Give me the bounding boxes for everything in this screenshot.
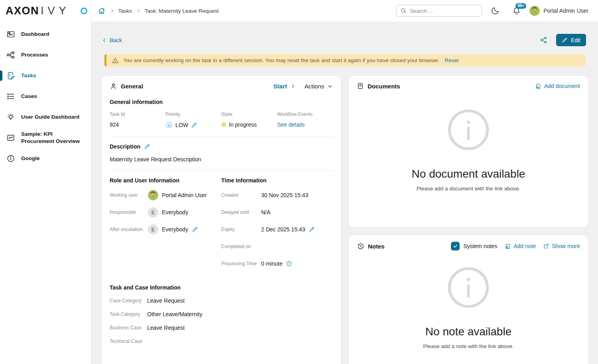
session-warning-banner: You are currently working on the task in… bbox=[104, 54, 586, 67]
field-label: Business Case bbox=[110, 325, 147, 331]
system-notes-toggle[interactable]: System notes bbox=[451, 242, 497, 250]
breadcrumb-tasks[interactable]: Tasks bbox=[118, 8, 132, 14]
sidebar-item-label: Dashboard bbox=[21, 31, 49, 38]
add-document-label: Add document bbox=[544, 83, 580, 89]
dashboard-icon bbox=[6, 30, 15, 39]
sidebar-item-label: Sample: KPI Procurement Overview bbox=[21, 131, 85, 145]
external-link-icon bbox=[543, 243, 549, 249]
cases-icon bbox=[6, 92, 15, 101]
global-search[interactable] bbox=[396, 5, 482, 17]
field-label: Completed on bbox=[221, 244, 261, 249]
business-case-link[interactable]: Leave Request bbox=[147, 325, 185, 331]
breadcrumb-current-task: Task: Maternity Leave Request bbox=[145, 8, 218, 14]
notes-title-text: Notes bbox=[368, 243, 385, 250]
documents-empty-caption: Please add a document with the link abov… bbox=[417, 186, 520, 192]
sidebar-item-cases[interactable]: Cases bbox=[0, 86, 91, 107]
field-label: Workflow Events bbox=[277, 112, 333, 117]
start-task-button[interactable]: Start bbox=[273, 83, 296, 90]
notes-empty-caption: Please add a note with the link above. bbox=[423, 343, 513, 349]
active-indicator bbox=[0, 70, 2, 81]
sidebar-item-label: Google bbox=[21, 155, 40, 162]
share-button[interactable] bbox=[540, 36, 547, 44]
notes-controls: System notes Add note Show more bbox=[451, 242, 580, 250]
field-workflow-events: Workflow Events See details bbox=[277, 112, 333, 129]
edit-after-escalation-pencil-icon[interactable] bbox=[192, 226, 198, 233]
person-icon bbox=[110, 82, 117, 90]
checkbox-checked-icon[interactable] bbox=[451, 242, 460, 250]
warning-icon bbox=[112, 57, 119, 64]
responsible-name: Everybody bbox=[162, 209, 188, 215]
role-user-heading: Role and User Information bbox=[110, 177, 221, 184]
see-details-link[interactable]: See details bbox=[277, 121, 305, 128]
documents-card: Documents Add document No document avail… bbox=[349, 76, 588, 227]
user-menu[interactable]: Portal Admin User bbox=[529, 6, 588, 16]
system-notes-label: System notes bbox=[463, 243, 497, 249]
field-label: Technical Case bbox=[110, 339, 147, 344]
working-user-row: Working user Portal Admin User bbox=[110, 190, 221, 200]
general-card-header: General Start Actions bbox=[110, 82, 333, 90]
home-icon[interactable] bbox=[98, 7, 106, 15]
sidebar-item-processes[interactable]: Processes bbox=[0, 45, 91, 65]
sidebar-item-sample-kpi-procurement-overview[interactable]: Sample: KPI Procurement Overview bbox=[0, 127, 91, 148]
top-header: AXON IVY Tasks Task: Maternity Leave Req… bbox=[0, 0, 598, 22]
add-note-link[interactable]: Add note bbox=[504, 243, 536, 250]
axonivy-logo[interactable]: AXON IVY bbox=[6, 5, 70, 17]
add-document-link[interactable]: Add document bbox=[535, 83, 580, 90]
share-icon bbox=[540, 36, 547, 44]
processing-time-info-icon[interactable] bbox=[286, 260, 292, 267]
time-info-heading: Time Information bbox=[221, 177, 333, 184]
state-value: In progress bbox=[229, 121, 257, 128]
task-category-row: Task Category Other Leave/Maternity bbox=[110, 311, 333, 317]
app-window: AXON IVY Tasks Task: Maternity Leave Req… bbox=[0, 0, 598, 364]
technical-case-row: Technical Case bbox=[110, 338, 333, 344]
field-label: State bbox=[221, 112, 277, 117]
user-name: Portal Admin User bbox=[543, 8, 588, 14]
notes-empty-state: No note available Please add a note with… bbox=[357, 266, 580, 349]
show-more-link[interactable]: Show more bbox=[543, 243, 580, 249]
field-label: Processing Time bbox=[221, 261, 261, 266]
sidebar-item-dashboard[interactable]: Dashboard bbox=[0, 24, 91, 45]
notifications-button[interactable]: 99+ bbox=[512, 7, 521, 15]
documents-card-header: Documents Add document bbox=[357, 82, 580, 90]
sidebar-item-user-guide-dashboard[interactable]: User Guide Dashboard bbox=[0, 107, 91, 127]
working-user-avatar bbox=[148, 190, 158, 200]
back-button[interactable]: Back bbox=[102, 37, 122, 43]
state-in-progress-dot bbox=[221, 122, 226, 127]
field-label: Task Id bbox=[110, 112, 165, 117]
edit-description-pencil-icon[interactable] bbox=[144, 143, 150, 150]
sidebar-toggle-button[interactable] bbox=[81, 8, 87, 14]
field-label: Case Category bbox=[110, 298, 147, 303]
field-state: State In progress bbox=[221, 112, 277, 129]
responsible-initial-avatar: E bbox=[148, 207, 158, 217]
sidebar-item-tasks[interactable]: Tasks bbox=[0, 65, 91, 86]
pencil-icon bbox=[562, 37, 568, 43]
reset-task-link[interactable]: Reset bbox=[445, 57, 458, 63]
responsible-row: Responsible E Everybody bbox=[110, 207, 221, 217]
edit-button[interactable]: Edit bbox=[556, 34, 586, 46]
search-icon bbox=[400, 8, 407, 14]
empty-info-icon bbox=[447, 108, 490, 153]
description-heading: Description bbox=[110, 143, 140, 150]
add-document-icon bbox=[535, 83, 542, 90]
sidebar-item-label: Tasks bbox=[21, 72, 36, 79]
sidebar-item-google[interactable]: Google bbox=[0, 148, 91, 169]
documents-empty-title: No document available bbox=[412, 168, 525, 180]
task-toolbar: Back Edit bbox=[102, 34, 586, 46]
field-label: Created bbox=[221, 192, 261, 198]
actions-label: Actions bbox=[305, 83, 324, 90]
processing-time-value: 0 minute bbox=[261, 260, 283, 267]
description-heading-row: Description bbox=[110, 143, 333, 150]
edit-priority-pencil-icon[interactable] bbox=[191, 122, 197, 128]
add-note-label: Add note bbox=[513, 243, 536, 249]
sidebar-item-label: Processes bbox=[21, 51, 48, 59]
field-label: Priority bbox=[165, 112, 221, 117]
general-card: General Start Actions bbox=[102, 76, 341, 364]
edit-expiry-pencil-icon[interactable] bbox=[309, 226, 315, 233]
search-input[interactable] bbox=[410, 8, 470, 14]
created-row: Created 30 Nov 2025 15:43 bbox=[221, 190, 333, 200]
breadcrumb-chevron-icon bbox=[109, 8, 115, 14]
dark-mode-toggle[interactable] bbox=[491, 6, 500, 15]
kpi-chart-icon bbox=[6, 133, 15, 142]
actions-dropdown[interactable]: Actions bbox=[305, 83, 333, 90]
working-user-name: Portal Admin User bbox=[162, 192, 207, 198]
